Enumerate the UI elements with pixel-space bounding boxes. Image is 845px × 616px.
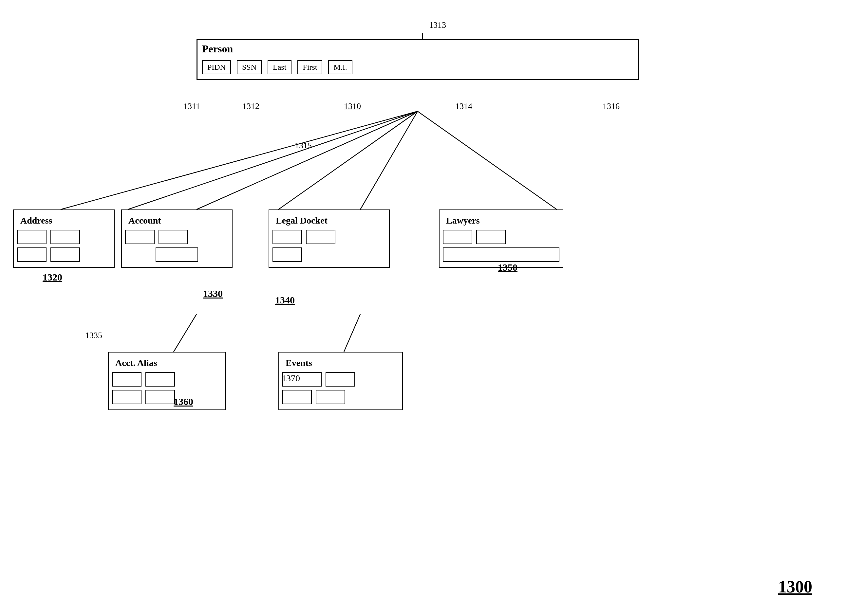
address-title: Address bbox=[17, 213, 111, 228]
alias-field-2 bbox=[145, 372, 175, 387]
connector-lines bbox=[0, 0, 845, 616]
label-1350: 1350 bbox=[498, 262, 517, 273]
svg-line-2 bbox=[197, 111, 417, 210]
label-1320: 1320 bbox=[43, 272, 62, 283]
label-1316: 1316 bbox=[603, 101, 620, 111]
address-field-3 bbox=[17, 248, 47, 262]
label-1330: 1330 bbox=[203, 288, 223, 299]
field-pidn: PIDN bbox=[202, 60, 231, 74]
label-1312: 1312 bbox=[242, 101, 259, 111]
svg-line-1 bbox=[60, 111, 417, 210]
address-field-4 bbox=[50, 248, 80, 262]
lawyers-box: Lawyers bbox=[439, 210, 563, 268]
label-1314: 1314 bbox=[455, 101, 472, 111]
lawyers-title: Lawyers bbox=[443, 213, 559, 228]
legal-field-1 bbox=[272, 230, 302, 244]
label-1335: 1335 bbox=[85, 331, 102, 340]
alias-field-3 bbox=[112, 390, 141, 404]
lawyers-field-2 bbox=[476, 230, 506, 244]
svg-line-6 bbox=[278, 111, 417, 210]
lawyers-field-1 bbox=[443, 230, 472, 244]
svg-line-7 bbox=[173, 314, 197, 352]
address-field-2 bbox=[50, 230, 80, 244]
person-fields-row: PIDN SSN Last First M.I. bbox=[197, 57, 638, 79]
acct-alias-box: Acct. Alias bbox=[108, 352, 226, 410]
svg-line-4 bbox=[417, 111, 557, 210]
label-1311: 1311 bbox=[184, 101, 200, 111]
field-mi: M.I. bbox=[328, 60, 352, 74]
account-box: Account bbox=[121, 210, 232, 268]
account-field-1 bbox=[125, 230, 154, 244]
legal-field-2 bbox=[306, 230, 335, 244]
account-field-3 bbox=[156, 248, 198, 262]
legal-field-3 bbox=[272, 248, 302, 262]
label-1310: 1310 bbox=[344, 101, 361, 111]
events-title: Events bbox=[282, 356, 399, 370]
events-field-4 bbox=[316, 390, 345, 404]
account-title: Account bbox=[125, 213, 229, 228]
svg-line-8 bbox=[344, 314, 360, 352]
svg-line-3 bbox=[360, 111, 417, 210]
label-1315: 1315 bbox=[295, 141, 312, 151]
diagram-container: 1313 Person PIDN SSN Last First M.I. 131… bbox=[0, 0, 845, 616]
label-1340: 1340 bbox=[275, 295, 295, 306]
lawyers-field-3 bbox=[443, 248, 559, 262]
events-field-3 bbox=[282, 390, 312, 404]
acct-alias-title: Acct. Alias bbox=[112, 356, 222, 370]
person-box: Person PIDN SSN Last First M.I. bbox=[197, 39, 639, 80]
label-1313: 1313 bbox=[429, 20, 446, 30]
address-field-1 bbox=[17, 230, 47, 244]
account-field-2 bbox=[159, 230, 188, 244]
address-box: Address bbox=[13, 210, 115, 268]
field-ssn: SSN bbox=[237, 60, 262, 74]
events-field-2 bbox=[326, 372, 355, 387]
label-1370: 1370 bbox=[282, 373, 300, 384]
person-title: Person bbox=[197, 40, 638, 57]
field-first: First bbox=[297, 60, 322, 74]
alias-field-4 bbox=[145, 390, 175, 404]
alias-field-1 bbox=[112, 372, 141, 387]
legal-docket-title: Legal Docket bbox=[272, 213, 386, 228]
label-1360: 1360 bbox=[173, 396, 193, 407]
legal-docket-box: Legal Docket bbox=[269, 210, 390, 268]
diagram-ref: 1300 bbox=[778, 577, 812, 596]
svg-line-5 bbox=[128, 111, 417, 210]
field-last: Last bbox=[267, 60, 291, 74]
